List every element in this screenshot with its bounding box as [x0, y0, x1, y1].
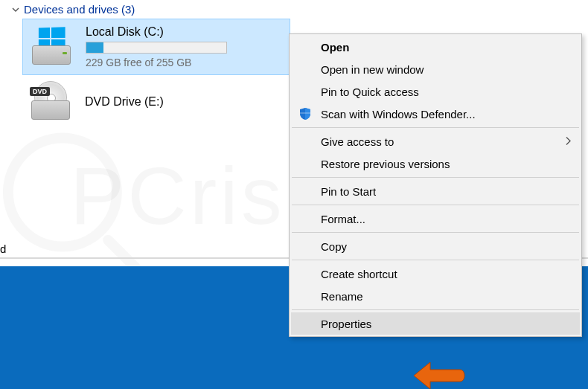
menu-format[interactable]: Format...	[291, 208, 580, 230]
svg-rect-0	[300, 112, 310, 114]
magnifier-watermark-icon	[3, 132, 122, 251]
hard-disk-icon	[31, 26, 72, 68]
capacity-fill	[86, 42, 103, 53]
chevron-right-icon	[565, 135, 571, 148]
drive-name-label: Local Disk (C:)	[86, 25, 282, 39]
menu-separator	[292, 177, 579, 178]
menu-properties[interactable]: Properties	[291, 312, 580, 335]
chevron-down-icon	[12, 6, 19, 13]
menu-separator	[292, 232, 579, 233]
menu-give-access[interactable]: Give access to	[291, 130, 580, 152]
section-title: Devices and drives (3)	[24, 3, 135, 16]
drive-name-label: DVD Drive (E:)	[85, 95, 283, 109]
drive-local-disk-c[interactable]: Local Disk (C:) 229 GB free of 255 GB	[22, 19, 290, 75]
dvd-drive-icon: DVD	[30, 81, 71, 123]
menu-separator	[292, 260, 579, 260]
menu-create-shortcut[interactable]: Create shortcut	[291, 263, 580, 285]
menu-pin-quick-access[interactable]: Pin to Quick access	[291, 80, 580, 103]
menu-open-new-window[interactable]: Open in new window	[291, 58, 580, 80]
menu-separator	[292, 309, 579, 310]
drive-dvd-e[interactable]: DVD DVD Drive (E:)	[22, 75, 290, 129]
capacity-bar	[86, 42, 227, 54]
menu-separator	[292, 205, 579, 205]
menu-rename[interactable]: Rename	[291, 285, 580, 307]
menu-restore-versions[interactable]: Restore previous versions	[291, 152, 580, 175]
menu-scan-defender[interactable]: Scan with Windows Defender...	[291, 103, 580, 125]
menu-copy[interactable]: Copy	[291, 235, 580, 257]
devices-drives-section-header[interactable]: Devices and drives (3)	[0, 0, 588, 19]
menu-pin-start[interactable]: Pin to Start	[291, 180, 580, 202]
menu-open[interactable]: Open	[291, 36, 580, 58]
orange-arrow-callout-icon	[409, 357, 469, 389]
menu-separator	[292, 127, 579, 128]
truncated-text: d	[0, 242, 6, 255]
shield-icon	[298, 107, 312, 120]
drive-status-label: 229 GB free of 255 GB	[86, 57, 282, 68]
context-menu: Open Open in new window Pin to Quick acc…	[289, 33, 582, 337]
